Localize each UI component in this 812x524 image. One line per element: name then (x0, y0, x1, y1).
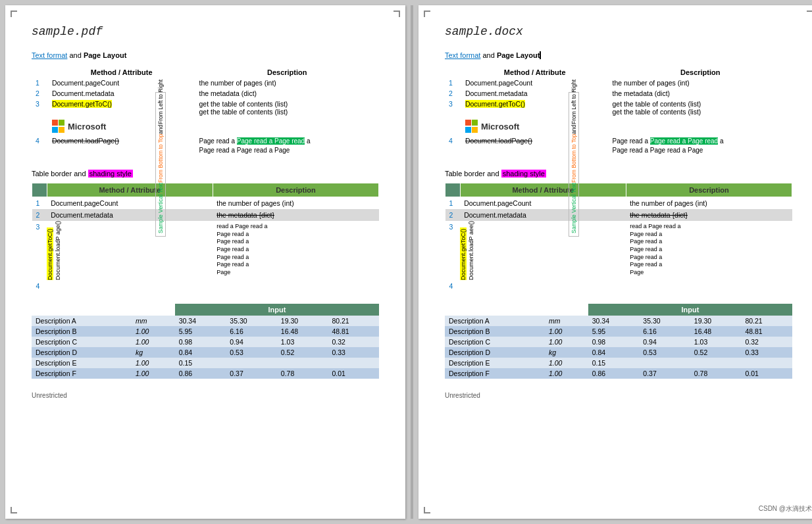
right-row-num-2: 2 (445, 88, 461, 99)
input-unit-b: 1.00 (132, 326, 175, 337)
table-row: 1 Document.pageCount the number of pages… (32, 78, 379, 88)
right-vt-orange-text: From Bottom to Top (571, 134, 577, 183)
srow-desc-3: read a Page read aPage read aPage read a… (213, 221, 378, 280)
input-unit-a: mm (132, 316, 175, 326)
right-input-label-e: Description E (445, 358, 545, 368)
srow-desc-2: the metadata {dict} (213, 209, 378, 221)
input-v4-e (328, 358, 379, 368)
styled-table-header: Method / Attribute Description (32, 183, 379, 197)
right-s2-title-blue: Table border (445, 170, 485, 178)
right-input-v1-c: 0.98 (588, 337, 640, 347)
page-divider (411, 5, 413, 519)
right-srow-desc-1: the number of pages (int) (626, 197, 792, 210)
vt-orange-text: From Bottom to Top (157, 134, 164, 183)
input-unit-d: kg (132, 347, 175, 358)
right-input-label-d: Description D (445, 347, 545, 358)
table-row: 3 Document.getToC() get the table of con… (32, 99, 379, 117)
left-page: sample.pdf Text format and Page Layout M… (5, 5, 405, 519)
ms-red-sq (52, 120, 58, 126)
input-v1-f: 0.86 (175, 368, 226, 379)
srow-method-3: Document.getToC() Document.loadP age() (47, 221, 213, 280)
ms-yellow-sq (59, 127, 64, 133)
vert-method-3a: Document.getToC() (47, 227, 53, 280)
right-ms-logo-td: Microsoft (461, 117, 609, 135)
srow-method-2: Document.metadata (47, 209, 213, 221)
right-input-v3-d: 0.52 (690, 347, 742, 358)
input-label-c: Description C (32, 337, 132, 347)
vt-green-text: Sample Vertical Text (157, 183, 164, 233)
method-1: Document.pageCount (48, 78, 195, 88)
right-microsoft-logo: Microsoft (465, 120, 605, 133)
right-desc-4: Page read a Page read a Page read aPage … (609, 135, 793, 156)
right-vert-method-3a: Document.getToC() (460, 227, 467, 280)
right-input-v2-b: 6.16 (639, 326, 690, 337)
right-corner-tl (424, 11, 430, 17)
input-label-f: Description F (32, 368, 132, 379)
right-styled-table: Method / Attribute Description 1 Documen… (445, 183, 792, 293)
desc-3: get the table of contents (list) get the… (195, 99, 380, 117)
right-method-1: Document.pageCount (461, 78, 609, 88)
left-title-bold: Page Layout (84, 51, 126, 59)
right-input-label-b: Description B (445, 326, 545, 337)
vertical-text-box: Sample Vertical Text From Bottom to Top … (155, 92, 166, 237)
right-input-v1-a: 30.34 (588, 316, 640, 326)
left-title-blue: Text format (32, 51, 67, 59)
ms-logo-td: Microsoft (48, 117, 195, 135)
right-table-row: 3 Document.getToC() get the table of con… (445, 99, 792, 117)
right-srow-desc-4 (626, 280, 792, 293)
vt-plain-text2: From Left to Right (157, 80, 164, 124)
right-ms-text: Microsoft (481, 122, 520, 131)
th-method: Method / Attribute (47, 183, 213, 197)
right-col-method-header: Method / Attribute (461, 67, 609, 78)
left-section1-title: Text format and Page Layout (32, 51, 379, 59)
right-ms-squares (465, 120, 478, 133)
right-srow-desc-3: read a Page read aPage read aPage read a… (626, 221, 792, 280)
right-input-v4-b: 48.81 (741, 326, 792, 337)
method-2: Document.metadata (48, 88, 195, 99)
right-s2-title-shading: shading style (501, 170, 546, 178)
right-ms-logo-cell (445, 117, 461, 135)
right-srow-method-4 (460, 280, 626, 293)
right-s2-title-and: and (487, 170, 501, 178)
right-table-row: 2 Document.metadata the metadata (dict) (445, 88, 792, 99)
right-th-desc: Description (626, 183, 792, 197)
right-styled-row-3: 3 Document.getToC() Document.loadP aee()… (445, 221, 792, 280)
srow-num-4: 4 (32, 280, 47, 293)
desc-2: the metadata (dict) (195, 88, 380, 99)
right-input-v2-c: 0.94 (639, 337, 690, 347)
input-v2-d: 0.53 (226, 347, 277, 358)
right-input-row-d: Description D kg 0.84 0.53 0.52 0.33 (445, 347, 792, 358)
right-srow-method-3: Document.getToC() Document.loadP aee() (460, 221, 626, 280)
right-filename: sample.docx (445, 25, 792, 38)
srow-num-2: 2 (32, 209, 47, 221)
ms-blue-sq (52, 127, 58, 133)
right-input-v1-e: 0.15 (588, 358, 640, 368)
right-ms-green-sq (472, 120, 478, 126)
right-col-num-header (445, 67, 461, 78)
right-row-num-3: 3 (445, 99, 461, 117)
right-row-num-1: 1 (445, 78, 461, 88)
right-input-v3-c: 1.03 (690, 337, 742, 347)
right-method-4: Document.loadPage() (461, 135, 609, 156)
desc-4: Page read a Page read a Page read aPage … (195, 135, 380, 156)
input-v2-f: 0.37 (226, 368, 277, 379)
input-label-e: Description E (32, 358, 132, 368)
srow-method-1: Document.pageCount (47, 197, 213, 210)
right-input-table: Input Description A mm 30.34 35.30 19.30… (445, 304, 792, 379)
right-styled-table-header: Method / Attribute Description (445, 183, 792, 197)
input-unit-e: 1.00 (132, 358, 175, 368)
right-input-unit-c: 1.00 (545, 337, 588, 347)
right-input-row-c: Description C 1.00 0.98 0.94 1.03 0.32 (445, 337, 792, 347)
right-desc-3: get the table of contents (list) get the… (609, 99, 793, 117)
right-input-unit-f: 1.00 (545, 368, 588, 379)
right-input-v3-e (690, 358, 742, 368)
right-srow-num-4: 4 (445, 280, 461, 293)
input-v1-a: 30.34 (175, 316, 226, 326)
right-section2-title: Table border and shading style (445, 170, 792, 178)
input-v3-d: 0.52 (277, 347, 328, 358)
right-styled-row-2: 2 Document.metadata the metadata {dict} (445, 209, 792, 221)
s2-title-blue: Table border (32, 170, 72, 178)
right-method-section: Method / Attribute Description 1 Documen… (445, 67, 792, 156)
srow-desc-1: the number of pages (int) (213, 197, 378, 210)
input-v3-a: 19.30 (277, 316, 328, 326)
